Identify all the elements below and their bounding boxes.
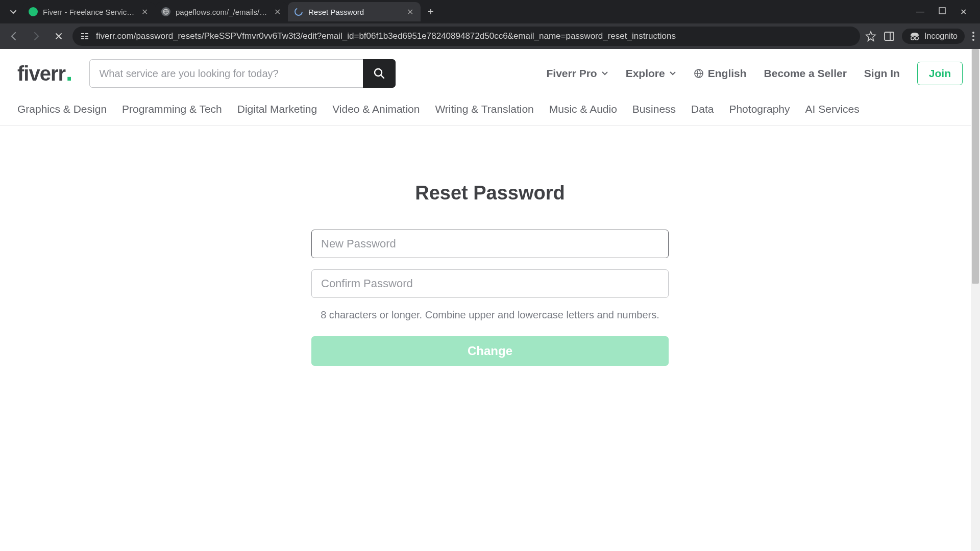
svg-rect-5 <box>81 36 84 37</box>
category-link[interactable]: Data <box>691 103 714 115</box>
nav-explore[interactable]: Explore <box>626 67 676 80</box>
favicon-generic <box>161 7 170 16</box>
tab-title: pageflows.com/_/emails/_/7fb5 <box>176 8 268 16</box>
browser-tab-0[interactable]: Fiverr - Freelance Services Mark ✕ <box>22 2 155 21</box>
new-tab-button[interactable]: + <box>421 6 441 18</box>
side-panel-icon[interactable] <box>884 31 895 42</box>
nav-become-seller[interactable]: Become a Seller <box>764 67 847 80</box>
svg-point-15 <box>972 35 974 37</box>
svg-rect-2 <box>939 8 945 14</box>
category-link[interactable]: Business <box>632 103 676 115</box>
category-link[interactable]: Photography <box>729 103 790 115</box>
svg-rect-6 <box>85 36 88 37</box>
bookmark-icon[interactable] <box>865 31 876 42</box>
browser-tab-1[interactable]: pageflows.com/_/emails/_/7fb5 ✕ <box>155 2 288 21</box>
join-label: Join <box>929 67 951 79</box>
nav-signin[interactable]: Sign In <box>864 67 900 80</box>
fiverr-logo[interactable]: fiverr. <box>17 62 72 85</box>
svg-point-11 <box>911 37 914 40</box>
logo-text: fiverr <box>17 62 65 85</box>
svg-rect-3 <box>81 33 84 34</box>
site-header: fiverr. Fiverr Pro Explore <box>0 49 980 98</box>
svg-rect-9 <box>885 32 894 40</box>
tab-title: Reset Password <box>308 8 401 16</box>
svg-point-14 <box>972 32 974 34</box>
svg-point-16 <box>972 39 974 41</box>
category-link[interactable]: Writing & Translation <box>435 103 533 115</box>
nav-fiverr-pro[interactable]: Fiverr Pro <box>546 67 608 80</box>
tab-search-dropdown[interactable] <box>4 3 22 21</box>
category-link[interactable]: AI Services <box>805 103 860 115</box>
confirm-password-input[interactable] <box>311 269 669 298</box>
close-window-icon[interactable]: ✕ <box>960 7 967 17</box>
svg-rect-4 <box>85 33 88 34</box>
url-text: fiverr.com/password_resets/PkeSSPVfmvr0v… <box>96 31 676 41</box>
nav-language[interactable]: English <box>694 67 747 80</box>
category-link[interactable]: Graphics & Design <box>17 103 107 115</box>
chevron-down-icon <box>601 71 608 76</box>
chevron-down-icon <box>669 71 676 76</box>
category-link[interactable]: Programming & Tech <box>122 103 222 115</box>
tab-strip: Fiverr - Freelance Services Mark ✕ pagef… <box>0 0 980 23</box>
page-title: Reset Password <box>415 182 565 204</box>
svg-line-18 <box>381 75 384 78</box>
scrollbar-track[interactable] <box>971 49 980 551</box>
close-icon[interactable]: ✕ <box>406 6 414 18</box>
nav-label: English <box>708 67 747 80</box>
url-input[interactable]: fiverr.com/password_resets/PkeSSPVfmvr0v… <box>72 27 860 46</box>
reset-form: 8 characters or longer. Combine upper an… <box>311 230 669 366</box>
forward-button[interactable] <box>28 28 45 45</box>
svg-rect-7 <box>81 38 84 39</box>
nav-label: Sign In <box>864 67 900 80</box>
tab-title: Fiverr - Freelance Services Mark <box>43 8 135 16</box>
close-icon[interactable]: ✕ <box>140 6 149 18</box>
menu-icon[interactable] <box>972 31 975 42</box>
svg-rect-8 <box>85 38 88 39</box>
back-button[interactable] <box>5 28 22 45</box>
favicon-fiverr <box>29 7 38 16</box>
search-button[interactable] <box>363 59 396 88</box>
search-box <box>89 59 396 88</box>
nav-label: Explore <box>626 67 665 80</box>
category-link[interactable]: Music & Audio <box>549 103 617 115</box>
window-controls: — ✕ <box>916 7 976 17</box>
maximize-icon[interactable] <box>939 7 946 17</box>
page-viewport: fiverr. Fiverr Pro Explore <box>0 49 980 551</box>
browser-chrome: Fiverr - Freelance Services Mark ✕ pagef… <box>0 0 980 49</box>
password-hint: 8 characters or longer. Combine upper an… <box>311 309 669 321</box>
svg-point-12 <box>915 37 918 40</box>
site-settings-icon[interactable] <box>80 31 90 41</box>
svg-point-1 <box>295 8 302 15</box>
browser-tab-2[interactable]: Reset Password ✕ <box>288 2 421 21</box>
search-input[interactable] <box>89 59 363 88</box>
new-password-input[interactable] <box>311 230 669 258</box>
nav-label: Become a Seller <box>764 67 847 80</box>
join-button[interactable]: Join <box>917 62 963 85</box>
close-icon[interactable]: ✕ <box>273 6 282 18</box>
favicon-loading <box>294 7 303 16</box>
reset-password-section: Reset Password 8 characters or longer. C… <box>0 126 980 366</box>
category-bar: Graphics & Design Programming & Tech Dig… <box>0 98 980 126</box>
search-icon <box>373 67 385 80</box>
stop-button[interactable] <box>50 28 67 45</box>
minimize-icon[interactable]: — <box>916 7 924 17</box>
address-bar: fiverr.com/password_resets/PkeSSPVfmvr0v… <box>0 23 980 49</box>
incognito-label: Incognito <box>924 32 958 41</box>
globe-icon <box>694 68 704 79</box>
category-link[interactable]: Digital Marketing <box>237 103 317 115</box>
header-links: Fiverr Pro Explore English Become a Sell… <box>546 62 963 85</box>
change-button[interactable]: Change <box>311 336 669 366</box>
scrollbar-thumb[interactable] <box>972 49 979 284</box>
category-link[interactable]: Video & Animation <box>332 103 420 115</box>
incognito-badge[interactable]: Incognito <box>902 29 965 44</box>
nav-label: Fiverr Pro <box>546 67 597 80</box>
